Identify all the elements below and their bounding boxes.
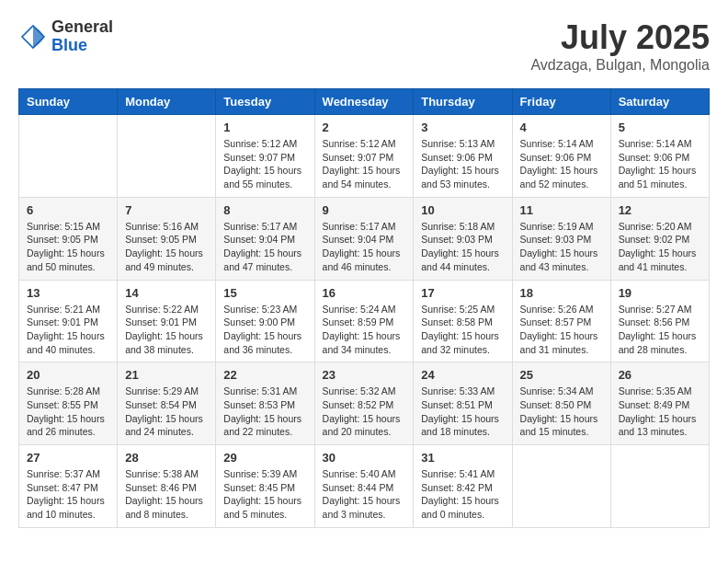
calendar-day-header: Tuesday [216, 89, 314, 115]
calendar-cell: 27Sunrise: 5:37 AM Sunset: 8:47 PM Dayli… [19, 445, 118, 528]
day-number: 19 [619, 286, 701, 300]
calendar-cell: 6Sunrise: 5:15 AM Sunset: 9:05 PM Daylig… [19, 197, 118, 280]
cell-content: Sunrise: 5:39 AM Sunset: 8:45 PM Dayligh… [223, 467, 306, 522]
day-number: 11 [520, 203, 603, 217]
calendar-day-header: Saturday [610, 89, 709, 115]
cell-content: Sunrise: 5:12 AM Sunset: 9:07 PM Dayligh… [223, 137, 306, 191]
calendar-cell: 24Sunrise: 5:33 AM Sunset: 8:51 PM Dayli… [414, 362, 512, 445]
day-number: 22 [223, 368, 306, 382]
day-number: 10 [421, 203, 504, 217]
calendar-cell: 29Sunrise: 5:39 AM Sunset: 8:45 PM Dayli… [216, 445, 314, 528]
cell-content: Sunrise: 5:15 AM Sunset: 9:05 PM Dayligh… [27, 220, 109, 274]
cell-content: Sunrise: 5:20 AM Sunset: 9:02 PM Dayligh… [619, 220, 701, 274]
cell-content: Sunrise: 5:14 AM Sunset: 9:06 PM Dayligh… [520, 137, 603, 191]
cell-content: Sunrise: 5:32 AM Sunset: 8:52 PM Dayligh… [323, 385, 406, 439]
cell-content: Sunrise: 5:24 AM Sunset: 8:59 PM Dayligh… [323, 303, 406, 357]
calendar-cell [19, 115, 118, 198]
calendar-cell: 11Sunrise: 5:19 AM Sunset: 9:03 PM Dayli… [512, 197, 610, 280]
logo-blue-text: Blue [51, 37, 113, 55]
cell-content: Sunrise: 5:37 AM Sunset: 8:47 PM Dayligh… [27, 467, 109, 522]
calendar-cell: 1Sunrise: 5:12 AM Sunset: 9:07 PM Daylig… [216, 115, 314, 198]
day-number: 2 [323, 121, 406, 134]
calendar-week-row: 20Sunrise: 5:28 AM Sunset: 8:55 PM Dayli… [19, 362, 710, 445]
day-number: 21 [125, 368, 208, 382]
calendar-week-row: 27Sunrise: 5:37 AM Sunset: 8:47 PM Dayli… [19, 445, 710, 528]
cell-content: Sunrise: 5:34 AM Sunset: 8:50 PM Dayligh… [520, 385, 603, 439]
calendar-week-row: 6Sunrise: 5:15 AM Sunset: 9:05 PM Daylig… [19, 197, 710, 280]
calendar-header-row: SundayMondayTuesdayWednesdayThursdayFrid… [19, 89, 710, 115]
day-number: 30 [323, 451, 406, 465]
calendar-cell: 14Sunrise: 5:22 AM Sunset: 9:01 PM Dayli… [118, 280, 216, 362]
day-number: 12 [619, 203, 701, 217]
cell-content: Sunrise: 5:29 AM Sunset: 8:54 PM Dayligh… [125, 385, 208, 439]
day-number: 15 [223, 286, 306, 300]
day-number: 6 [27, 203, 109, 217]
cell-content: Sunrise: 5:31 AM Sunset: 8:53 PM Dayligh… [223, 385, 306, 439]
calendar-cell: 25Sunrise: 5:34 AM Sunset: 8:50 PM Dayli… [512, 362, 610, 445]
day-number: 28 [125, 451, 208, 465]
calendar-cell: 20Sunrise: 5:28 AM Sunset: 8:55 PM Dayli… [19, 362, 118, 445]
day-number: 27 [27, 451, 109, 465]
cell-content: Sunrise: 5:38 AM Sunset: 8:46 PM Dayligh… [125, 467, 208, 522]
day-number: 9 [323, 203, 406, 217]
day-number: 5 [619, 121, 701, 134]
cell-content: Sunrise: 5:22 AM Sunset: 9:01 PM Dayligh… [125, 303, 208, 357]
day-number: 24 [421, 368, 504, 382]
calendar-cell: 21Sunrise: 5:29 AM Sunset: 8:54 PM Dayli… [118, 362, 216, 445]
calendar-day-header: Monday [118, 89, 216, 115]
cell-content: Sunrise: 5:17 AM Sunset: 9:04 PM Dayligh… [323, 220, 406, 274]
cell-content: Sunrise: 5:41 AM Sunset: 8:42 PM Dayligh… [421, 467, 504, 522]
cell-content: Sunrise: 5:25 AM Sunset: 8:58 PM Dayligh… [421, 303, 504, 357]
cell-content: Sunrise: 5:33 AM Sunset: 8:51 PM Dayligh… [421, 385, 504, 439]
calendar-cell: 5Sunrise: 5:14 AM Sunset: 9:06 PM Daylig… [610, 115, 709, 198]
cell-content: Sunrise: 5:40 AM Sunset: 8:44 PM Dayligh… [323, 467, 406, 522]
day-number: 17 [421, 286, 504, 300]
cell-content: Sunrise: 5:17 AM Sunset: 9:04 PM Dayligh… [223, 220, 306, 274]
day-number: 7 [125, 203, 208, 217]
day-number: 1 [223, 121, 306, 134]
calendar-cell: 26Sunrise: 5:35 AM Sunset: 8:49 PM Dayli… [610, 362, 709, 445]
calendar-cell: 31Sunrise: 5:41 AM Sunset: 8:42 PM Dayli… [414, 445, 512, 528]
logo-text: General Blue [51, 18, 113, 55]
logo: General Blue [18, 18, 113, 55]
calendar-day-header: Thursday [414, 89, 512, 115]
calendar-cell: 30Sunrise: 5:40 AM Sunset: 8:44 PM Dayli… [314, 445, 414, 528]
cell-content: Sunrise: 5:28 AM Sunset: 8:55 PM Dayligh… [27, 385, 109, 439]
calendar-cell: 10Sunrise: 5:18 AM Sunset: 9:03 PM Dayli… [414, 197, 512, 280]
calendar-cell: 19Sunrise: 5:27 AM Sunset: 8:56 PM Dayli… [610, 280, 709, 362]
cell-content: Sunrise: 5:26 AM Sunset: 8:57 PM Dayligh… [520, 303, 603, 357]
location-subtitle: Avdzaga, Bulgan, Mongolia [530, 57, 710, 74]
calendar-day-header: Friday [512, 89, 610, 115]
calendar-cell [118, 115, 216, 198]
cell-content: Sunrise: 5:16 AM Sunset: 9:05 PM Dayligh… [125, 220, 208, 274]
day-number: 14 [125, 286, 208, 300]
cell-content: Sunrise: 5:19 AM Sunset: 9:03 PM Dayligh… [520, 220, 603, 274]
cell-content: Sunrise: 5:14 AM Sunset: 9:06 PM Dayligh… [619, 137, 701, 191]
calendar-cell: 9Sunrise: 5:17 AM Sunset: 9:04 PM Daylig… [314, 197, 414, 280]
cell-content: Sunrise: 5:35 AM Sunset: 8:49 PM Dayligh… [619, 385, 701, 439]
day-number: 23 [323, 368, 406, 382]
day-number: 20 [27, 368, 109, 382]
calendar-table: SundayMondayTuesdayWednesdayThursdayFrid… [18, 88, 710, 528]
calendar-cell [512, 445, 610, 528]
day-number: 25 [520, 368, 603, 382]
day-number: 26 [619, 368, 701, 382]
cell-content: Sunrise: 5:27 AM Sunset: 8:56 PM Dayligh… [619, 303, 701, 357]
cell-content: Sunrise: 5:23 AM Sunset: 9:00 PM Dayligh… [223, 303, 306, 357]
day-number: 29 [223, 451, 306, 465]
calendar-week-row: 1Sunrise: 5:12 AM Sunset: 9:07 PM Daylig… [19, 115, 710, 198]
calendar-cell: 8Sunrise: 5:17 AM Sunset: 9:04 PM Daylig… [216, 197, 314, 280]
calendar-week-row: 13Sunrise: 5:21 AM Sunset: 9:01 PM Dayli… [19, 280, 710, 362]
day-number: 3 [421, 121, 504, 134]
calendar-cell: 28Sunrise: 5:38 AM Sunset: 8:46 PM Dayli… [118, 445, 216, 528]
cell-content: Sunrise: 5:13 AM Sunset: 9:06 PM Dayligh… [421, 137, 504, 191]
calendar-cell: 3Sunrise: 5:13 AM Sunset: 9:06 PM Daylig… [414, 115, 512, 198]
calendar-cell: 18Sunrise: 5:26 AM Sunset: 8:57 PM Dayli… [512, 280, 610, 362]
cell-content: Sunrise: 5:18 AM Sunset: 9:03 PM Dayligh… [421, 220, 504, 274]
cell-content: Sunrise: 5:12 AM Sunset: 9:07 PM Dayligh… [323, 137, 406, 191]
day-number: 16 [323, 286, 406, 300]
calendar-cell: 17Sunrise: 5:25 AM Sunset: 8:58 PM Dayli… [414, 280, 512, 362]
calendar-cell [610, 445, 709, 528]
day-number: 4 [520, 121, 603, 134]
day-number: 31 [421, 451, 504, 465]
